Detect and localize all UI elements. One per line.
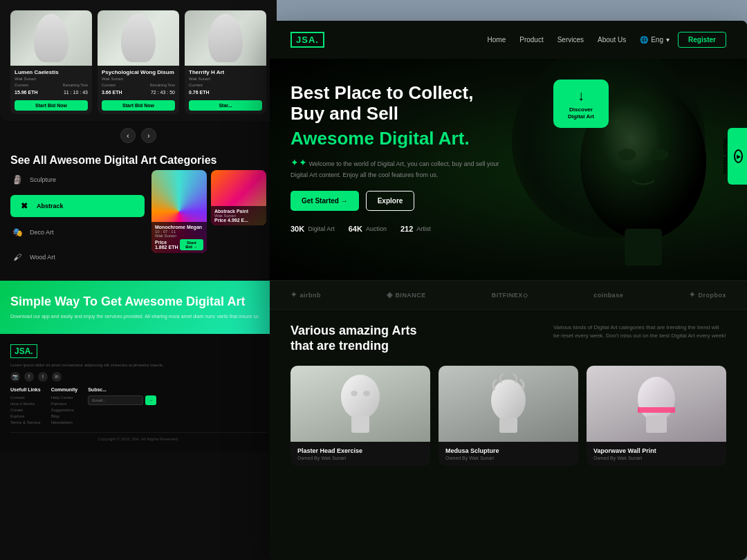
footer-col-community-title: Community — [51, 387, 78, 392]
price-val-2: 3.66 ETH — [102, 90, 122, 95]
auction-cards-section: Lumen Caelestis Wak Sunari Current Remai… — [0, 0, 277, 121]
hero-buttons: Get Started → Explore — [290, 191, 512, 211]
card-values-3: 0.76 ETH — [189, 90, 262, 95]
cat-label-sculpture: Sculpture — [30, 176, 56, 183]
dropbox-icon: ✦ — [689, 290, 696, 299]
footer-link-partners[interactable]: Partners — [51, 402, 78, 406]
trending-header: Various amazing Arts that are trending V… — [290, 324, 726, 353]
art-card-1[interactable]: Plaster Head Exercise Owned By Wak Sunar… — [290, 366, 430, 466]
svg-rect-13 — [638, 407, 675, 413]
bid-btn-1[interactable]: Start Bid Now — [15, 100, 88, 111]
stat-num-auction: 64K — [349, 225, 362, 233]
discover-digital-art-button[interactable]: ↓ Discover Digital Art — [553, 80, 609, 128]
svg-point-3 — [618, 149, 636, 160]
footer-socials: 📷 f t in — [10, 372, 266, 382]
footer-link-explore[interactable]: Explore — [10, 414, 41, 418]
instagram-icon[interactable]: 📷 — [10, 372, 20, 382]
next-arrow[interactable]: › — [141, 128, 156, 143]
bid-btn-2[interactable]: Start Bid Now — [102, 100, 175, 111]
footer-link-suggestions[interactable]: Suggestions — [51, 408, 78, 412]
nav-links: Home Product Services About Us — [488, 36, 627, 44]
footer-link-newsletters[interactable]: Newsletters — [51, 420, 78, 424]
auction-card-2: Psychological Wong Disum Wak Sunari Curr… — [98, 10, 179, 114]
airbnb-icon: ✦ — [290, 290, 297, 299]
footer-link-terms[interactable]: Terms & Service — [10, 420, 41, 424]
linkedin-icon[interactable]: in — [52, 372, 62, 382]
card-price-row-1: Current Remaining Time — [15, 83, 88, 87]
footer-link-create[interactable]: Create — [10, 408, 41, 412]
art-card-2[interactable]: Medusa Sclupture Owned By Wak Sunari — [439, 366, 578, 466]
svg-point-4 — [651, 149, 669, 160]
prev-arrow[interactable]: ‹ — [120, 128, 136, 143]
orange-info: Abstrack Paint Wak Sunari Price 4.992 E.… — [211, 206, 266, 225]
trending-section: Various amazing Arts that are trending V… — [270, 310, 747, 480]
nav-product[interactable]: Product — [519, 36, 543, 44]
twitter-icon[interactable]: t — [38, 372, 48, 382]
sculpture-decoration — [34, 14, 68, 62]
art-card-title-1: Plaster Head Exercise — [297, 447, 423, 454]
footer-about: Lorem ipsum dolor sit amet consectetur a… — [10, 362, 266, 368]
nav-about[interactable]: About Us — [598, 36, 626, 44]
partner-airbnb: ✦ airbnb — [290, 290, 321, 299]
watch-videos-button[interactable]: ▶ Watch Videos — [728, 128, 747, 185]
register-button[interactable]: Register — [678, 32, 726, 48]
time-label-2: Remaining Time — [150, 83, 175, 87]
holographic-title: Monochrome Megan — [155, 225, 203, 230]
card-title-1: Lumen Caelestis — [15, 69, 88, 75]
navbar: JSA. Home Product Services About Us 🌐 En… — [270, 21, 747, 59]
categories-layout: 🗿 Sculpture ✖ Abstrack 🎭 Deco Art 🖌 Wood… — [10, 170, 266, 267]
holographic-price: Price 1.862 ETH — [155, 240, 180, 250]
time-val-1: 11 : 10 : 43 — [64, 90, 88, 95]
language-selector[interactable]: 🌐 Eng ▾ — [640, 36, 670, 44]
explore-button[interactable]: Explore — [366, 191, 415, 211]
stat-num-artist: 212 — [400, 225, 413, 233]
svg-rect-6 — [351, 416, 369, 433]
card-info-1: Lumen Caelestis Wak Sunari Current Remai… — [10, 66, 92, 114]
deco-icon: 🎭 — [10, 225, 24, 239]
footer-col-links-title: Usefull Links — [10, 387, 41, 392]
card-title-2: Psychological Wong Disum — [102, 69, 175, 75]
trending-desc: Various kinds of Digital Art categories … — [553, 324, 726, 340]
card-values-2: 3.66 ETH 72 : 43 : 50 — [102, 90, 175, 95]
svg-point-9 — [491, 380, 526, 421]
cat-item-deco[interactable]: 🎭 Deco Art — [10, 223, 145, 242]
lang-label: Eng — [651, 36, 663, 44]
brand-logo: JSA. — [290, 32, 324, 48]
art-card-author-3: Owned By Wak Sunari — [593, 456, 719, 460]
art-card-body-2: Medusa Sclupture Owned By Wak Sunari — [439, 442, 578, 466]
art-card-3[interactable]: Vaporwave Wall Print Owned By Wak Sunari — [587, 366, 726, 466]
categories-title: See All Awesome Digital Art Categories — [10, 153, 266, 167]
footer-link-blog[interactable]: Blog — [51, 414, 78, 418]
card-info-2: Psychological Wong Disum Wak Sunari Curr… — [98, 66, 179, 114]
sculpture-decoration-3 — [208, 14, 243, 62]
footer-link-howitworks[interactable]: How it Works — [10, 402, 41, 406]
email-input[interactable] — [88, 395, 143, 405]
cat-label-abstrack: Abstrack — [37, 203, 64, 209]
nav-home[interactable]: Home — [488, 36, 506, 44]
get-started-button[interactable]: Get Started → — [290, 191, 359, 211]
card-author-1: Wak Sunari — [15, 77, 88, 81]
auction-card-3: Therrify H Art Wak Sunari Current 0.76 E… — [185, 10, 266, 114]
sculpture-decoration-2 — [121, 14, 156, 62]
footer-col-subscribe-title: Subsc... — [88, 387, 156, 392]
footer-link-helpcenter[interactable]: Help Center — [51, 395, 78, 400]
cat-item-sculpture[interactable]: 🗿 Sculpture — [10, 170, 145, 189]
stat-num-digital: 30K — [290, 225, 304, 233]
cat-item-wood[interactable]: 🖌 Wood Art — [10, 248, 145, 267]
categories-section: See All Awesome Digital Art Categories 🗿… — [0, 153, 277, 277]
time-val-2: 72 : 43 : 50 — [151, 90, 175, 95]
facebook-icon[interactable]: f — [24, 372, 34, 382]
hero-section: Best Place to Collect, Buy and Sell Awes… — [270, 59, 747, 280]
cat-item-abstrack[interactable]: ✖ Abstrack — [10, 195, 145, 217]
footer-link-contact[interactable]: Contact — [10, 395, 41, 400]
play-icon: ▶ — [734, 149, 743, 163]
art-card-body-3: Vaporwave Wall Print Owned By Wak Sunari — [587, 442, 726, 466]
subscribe-btn[interactable]: → — [145, 395, 156, 405]
mini-bid-btn-1[interactable]: Start Bid → — [180, 239, 203, 250]
right-panel: JSA. Home Product Services About Us 🌐 En… — [270, 21, 747, 560]
chevron-down-icon: ▾ — [666, 36, 670, 44]
cta-title: Simple Way To Get Awesome Digital Art — [10, 295, 266, 310]
nav-services[interactable]: Services — [557, 36, 584, 44]
bid-btn-3[interactable]: Star... — [189, 100, 262, 111]
stat-artist: 212 Artist — [400, 225, 431, 233]
